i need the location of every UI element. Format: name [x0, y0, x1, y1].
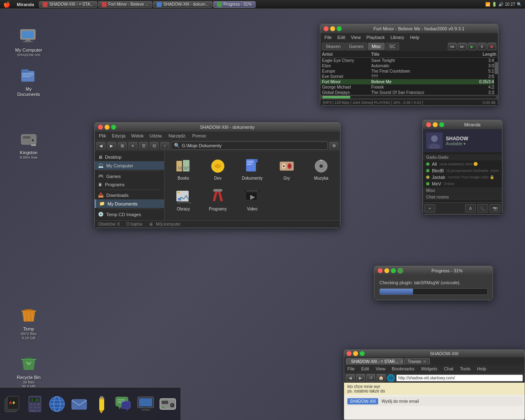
foobar-playing-row[interactable]: Fort Minor Believe Me 0:35/3:43	[320, 79, 498, 84]
fm-menu-add[interactable]: Udziw.	[147, 132, 165, 139]
browser-reload-button[interactable]: ↺	[366, 374, 375, 381]
browser-close-button[interactable]	[347, 351, 352, 356]
list-item[interactable]: NEWS Books	[168, 155, 199, 182]
fm-view-btn2[interactable]: ≡	[128, 142, 137, 149]
desktop-icon-mycomputer[interactable]: My Computer SHADOW-XIII	[12, 25, 45, 59]
browser-menu-bookmarks[interactable]: Bookmarks	[390, 365, 416, 372]
progress-max-button[interactable]	[391, 268, 396, 273]
desktop-icon-mydocuments[interactable]: My Documents	[12, 64, 45, 99]
foobar-menu-help[interactable]: Help	[408, 34, 422, 41]
browser-menu-file[interactable]: File	[346, 365, 356, 372]
filemanager-titlebar[interactable]: SHADOW-XIII - dokumenty	[95, 123, 340, 132]
browser-menu-view[interactable]: View	[374, 365, 387, 372]
browser-max-button[interactable]	[360, 351, 365, 356]
sidebar-item-programs[interactable]: 🖩 Programs	[95, 180, 164, 189]
foobar-tab-games[interactable]: Games	[345, 43, 367, 50]
miranda-profile-button[interactable]: A	[465, 204, 476, 212]
foobar-menu-view[interactable]: View	[349, 34, 363, 41]
sidebar-item-desktop[interactable]: 🖥 Desktop	[95, 153, 164, 161]
fm-settings-button[interactable]: ⚙	[329, 142, 338, 149]
browser-back-button[interactable]: ◀	[346, 374, 355, 381]
miranda-add-button[interactable]: +	[425, 204, 435, 212]
browser-tab-close-shadow[interactable]: ✕	[400, 359, 403, 364]
miranda-contact-jastab[interactable]: Jastab Acronis True Image rulez 🔒	[423, 174, 502, 180]
foobar-scrollbar[interactable]	[494, 58, 498, 95]
table-row[interactable]: George Michael Freeek 4:22	[320, 84, 498, 90]
table-row[interactable]: Global Deejays The Sound Of San Francisc…	[320, 90, 498, 95]
table-row[interactable]: Eagle Eye Cherry Save Tonight 3:41	[320, 58, 498, 63]
foobar-menu-edit[interactable]: Edit	[335, 34, 348, 41]
progress-close-button[interactable]	[378, 268, 383, 273]
desktop-icon-temp[interactable]: Temp 6972 files 5,16 GB	[12, 304, 45, 342]
search-icon[interactable]: 🔍	[517, 2, 522, 7]
foobar-menu-file[interactable]: File	[322, 34, 334, 41]
fm-forward-button[interactable]: ▶	[107, 142, 116, 149]
foobar-next-button[interactable]: ⏭	[458, 43, 467, 50]
progress-titlebar[interactable]: Progress - 31%	[374, 266, 493, 275]
taskbar-task-progress[interactable]: Progress - 31%	[213, 1, 256, 8]
fm-view-btn1[interactable]: ⊞	[118, 142, 127, 149]
foobar-close-button[interactable]	[324, 26, 329, 31]
filemanager-max-button[interactable]	[111, 125, 116, 130]
browser-menu-help[interactable]: Help	[475, 365, 488, 372]
miranda-video-button[interactable]: 📷	[490, 204, 500, 212]
browser-tab-travian[interactable]: Travian ✕	[404, 358, 430, 365]
fm-back-button[interactable]: ◀	[96, 142, 105, 149]
taskbar-task-fort-minor[interactable]: Fort Minor - Believe ...	[98, 1, 152, 8]
miranda-contact-all[interactable]: All ussa wstawszy rano 😊	[423, 161, 502, 167]
browser-titlebar[interactable]: SHADOW-XIII	[344, 350, 525, 357]
list-item[interactable]: Dev	[202, 155, 233, 182]
browser-tab-shadow[interactable]: SHADOW-XIII - = STAR... ✕	[346, 358, 403, 365]
list-item[interactable]: Dokumenty	[237, 155, 268, 182]
miranda-contact-bledb[interactable]: BledB Oj przepraszam kochanie. Kamuś	[423, 167, 502, 174]
list-item[interactable]: Video	[237, 185, 268, 213]
foobar-min-button[interactable]	[330, 26, 335, 31]
progress-min-button[interactable]	[384, 268, 389, 273]
browser-tab-close-travian[interactable]: ✕	[423, 359, 426, 364]
foobar-max-button[interactable]	[337, 26, 342, 31]
browser-forward-button[interactable]: ▶	[356, 374, 365, 381]
fm-view-btn3[interactable]: ☰	[139, 142, 148, 149]
browser-menu-edit[interactable]: Edit	[360, 365, 371, 372]
browser-chat-action[interactable]: Wyślij do mnie email	[381, 399, 419, 404]
foobar-pause-button[interactable]: ⏸	[477, 43, 486, 50]
foobar-tab-misc[interactable]: Misc	[368, 43, 385, 50]
filemanager-close-button[interactable]	[98, 125, 103, 130]
browser-menu-tools[interactable]: Tools	[458, 365, 472, 372]
miranda-max-button[interactable]	[439, 122, 444, 127]
dock-screen[interactable]	[136, 393, 155, 415]
taskbar-task-shadow-dokum[interactable]: SHADOW-XIII - dokum...	[153, 1, 212, 8]
list-item[interactable]: Muzyka	[306, 155, 337, 182]
dock-mail[interactable]	[70, 393, 89, 415]
miranda-group-chatrooms[interactable]: Chat rooms	[423, 194, 502, 200]
miranda-user-status[interactable]: Available ▾	[446, 142, 468, 146]
foobar-menu-playback[interactable]: Playback	[364, 34, 387, 41]
desktop-icon-recyclebin[interactable]: Recycle Bin 39 files 96,9 MB	[12, 352, 45, 390]
list-item[interactable]: Obrazy	[168, 185, 199, 213]
apple-menu[interactable]: 🍎	[0, 1, 14, 8]
fm-menu-nav[interactable]: Narzędz.	[166, 132, 189, 139]
browser-menu-chat[interactable]: Chat	[442, 365, 455, 372]
table-row[interactable]: Eve Sonnet ??? 3:54	[320, 74, 498, 79]
foobar-tab-sc[interactable]: SC	[386, 43, 399, 50]
fm-menu-view[interactable]: Widok	[129, 132, 146, 139]
sidebar-item-tempcd[interactable]: 💿 Temp CD Images	[95, 210, 164, 219]
sidebar-item-games[interactable]: 🎮 Games	[95, 172, 164, 180]
dock-hdd[interactable]	[158, 393, 177, 415]
miranda-contact-mev[interactable]: MeV Online	[423, 180, 502, 187]
table-row[interactable]: Elize Automatic 3:06	[320, 63, 498, 68]
fm-menu-help[interactable]: Pomoc	[190, 132, 209, 139]
fm-sort-btn[interactable]: ↕	[160, 142, 169, 149]
sidebar-item-mydocuments[interactable]: 📁 My Documents	[95, 199, 164, 208]
dock-calculator[interactable]: 8.89	[25, 393, 44, 415]
sidebar-item-mycomputer[interactable]: 💻 My Computer	[95, 161, 164, 170]
taskbar-task-shadow-status[interactable]: SHADOW-XIII - = STA...	[39, 1, 97, 8]
desktop-icon-kingston[interactable]: Kingston 8.89% free	[12, 127, 45, 161]
foobar-menu-library[interactable]: Library	[388, 34, 407, 41]
miranda-min-button[interactable]	[433, 122, 438, 127]
browser-min-button[interactable]	[353, 351, 358, 356]
foobar-tab-skaven[interactable]: Skaven	[322, 43, 345, 50]
fm-view-btn4[interactable]: ⊟	[150, 142, 159, 149]
browser-address-input[interactable]	[396, 374, 523, 381]
dock-chat[interactable]	[114, 393, 133, 415]
